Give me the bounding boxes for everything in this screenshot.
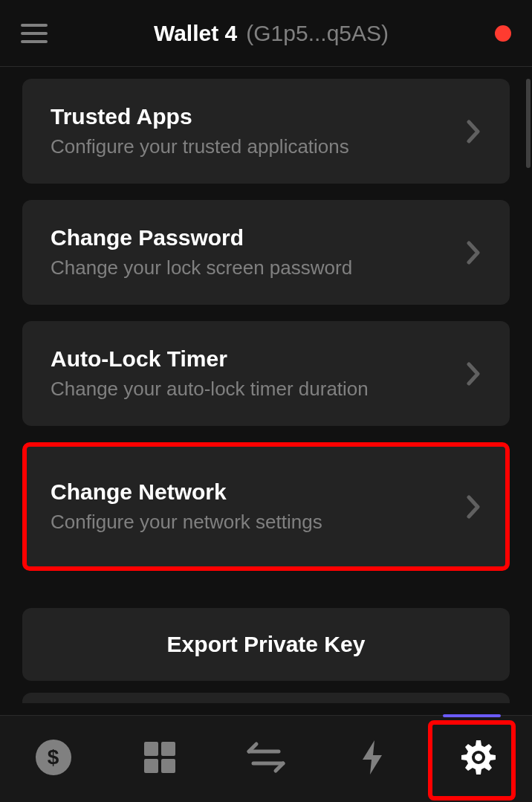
svg-rect-0 xyxy=(144,742,158,756)
export-private-key-button[interactable]: Export Private Key xyxy=(22,608,510,681)
settings-item-subtitle: Configure your network settings xyxy=(51,511,322,534)
chevron-right-icon xyxy=(467,495,481,519)
gear-icon xyxy=(460,739,497,776)
svg-rect-2 xyxy=(144,759,158,773)
settings-item-title: Auto-Lock Timer xyxy=(51,346,369,372)
settings-item-subtitle: Change your lock screen password xyxy=(51,256,352,279)
chevron-right-icon xyxy=(467,362,481,386)
nav-tab-settings[interactable] xyxy=(456,735,501,780)
settings-content: Trusted Apps Configure your trusted appl… xyxy=(0,67,532,715)
connection-status-indicator xyxy=(495,25,511,42)
app-header: Wallet 4 (G1p5...q5AS) xyxy=(0,0,532,67)
wallet-selector[interactable]: Wallet 4 (G1p5...q5AS) xyxy=(154,21,389,46)
chevron-right-icon xyxy=(467,120,481,143)
menu-button[interactable] xyxy=(21,24,48,43)
settings-item-title: Trusted Apps xyxy=(51,104,349,129)
settings-item-change-password[interactable]: Change Password Change your lock screen … xyxy=(22,200,510,305)
dollar-icon: $ xyxy=(36,740,71,775)
partial-next-item xyxy=(22,693,510,703)
svg-rect-1 xyxy=(161,742,175,756)
wallet-name: Wallet 4 xyxy=(154,21,237,46)
wallet-address: (G1p5...q5AS) xyxy=(246,21,389,46)
settings-item-title: Change Network xyxy=(51,479,322,505)
settings-item-subtitle: Change your auto-lock timer duration xyxy=(51,378,369,401)
bottom-navigation: $ xyxy=(0,715,532,802)
nav-tab-swap[interactable] xyxy=(244,735,288,780)
settings-item-title: Change Password xyxy=(51,225,352,250)
chevron-right-icon xyxy=(467,241,481,265)
scroll-indicator xyxy=(526,79,531,168)
grid-icon xyxy=(143,740,177,774)
nav-tab-activity[interactable] xyxy=(350,735,395,780)
svg-rect-3 xyxy=(161,759,175,773)
settings-item-subtitle: Configure your trusted applications xyxy=(51,135,349,158)
settings-item-change-network[interactable]: Change Network Configure your network se… xyxy=(22,442,510,571)
settings-item-auto-lock-timer[interactable]: Auto-Lock Timer Change your auto-lock ti… xyxy=(22,321,510,426)
settings-item-trusted-apps[interactable]: Trusted Apps Configure your trusted appl… xyxy=(22,79,510,184)
lightning-icon xyxy=(360,739,385,776)
nav-tab-wallet[interactable]: $ xyxy=(31,735,76,780)
export-label: Export Private Key xyxy=(167,632,366,656)
nav-tab-collectibles[interactable] xyxy=(137,735,182,780)
active-tab-indicator xyxy=(443,714,501,717)
swap-icon xyxy=(246,741,286,774)
